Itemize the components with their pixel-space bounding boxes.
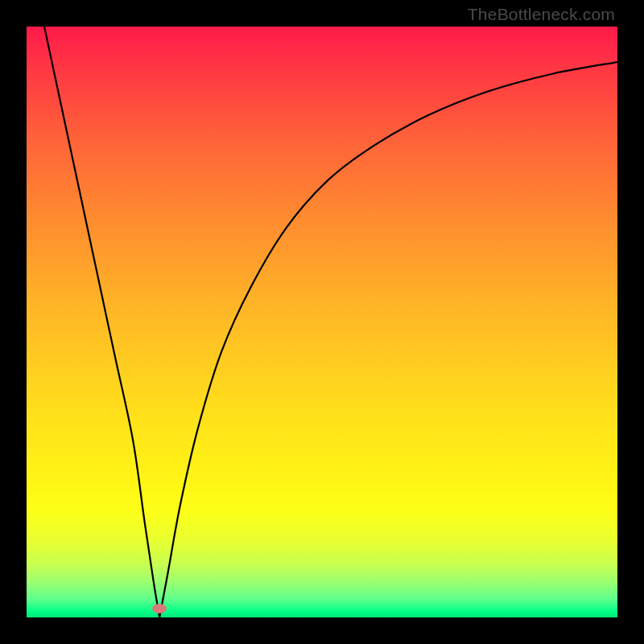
chart-background-gradient	[27, 27, 617, 617]
watermark-text: TheBottleneck.com	[468, 5, 615, 24]
minimum-marker	[152, 604, 167, 613]
